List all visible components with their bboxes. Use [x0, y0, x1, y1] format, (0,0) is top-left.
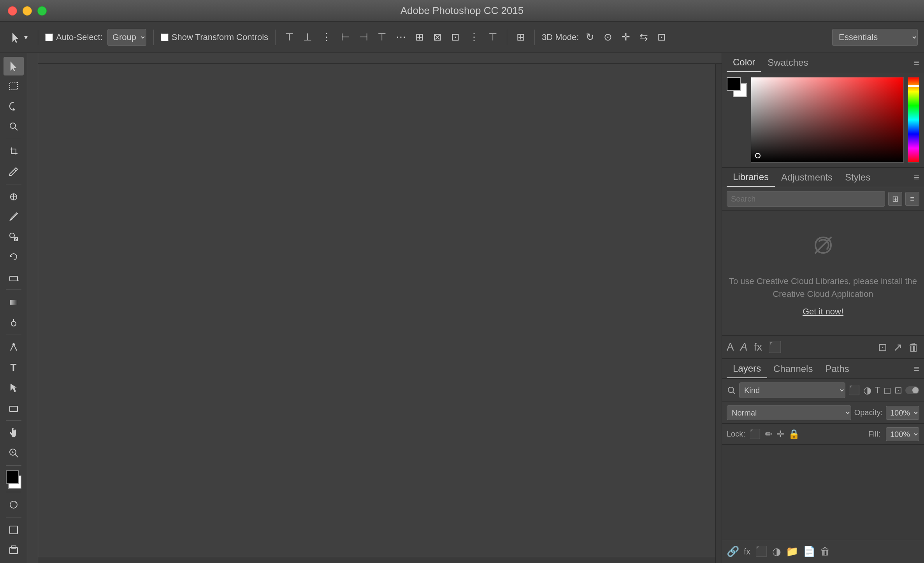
fill-select[interactable]: 100%: [886, 427, 919, 441]
layers-content: [722, 445, 924, 540]
layer-filter-toggle[interactable]: [905, 386, 919, 394]
close-button[interactable]: [8, 6, 17, 16]
3d-roll-button[interactable]: ⊙: [601, 30, 615, 45]
quick-mask-button[interactable]: [4, 495, 24, 514]
maximize-button[interactable]: [37, 6, 47, 16]
add-para-style-icon[interactable]: fx: [754, 341, 762, 353]
add-char-style-icon[interactable]: A: [740, 341, 748, 353]
get-it-now-link[interactable]: Get it now!: [803, 307, 843, 317]
quick-select-tool[interactable]: [4, 117, 24, 136]
align-vertical-center-button[interactable]: ⊥: [301, 30, 314, 45]
healing-brush-tool[interactable]: [4, 188, 24, 206]
align-right-edges-button[interactable]: ⊤: [375, 30, 389, 45]
send-link-icon[interactable]: ↗: [893, 341, 902, 354]
new-layer-icon[interactable]: 📄: [803, 545, 815, 558]
filter-smart-icon[interactable]: ⊡: [894, 385, 902, 396]
color-swatches[interactable]: [4, 470, 24, 489]
path-select-tool[interactable]: [4, 378, 24, 397]
align-left-edges-button[interactable]: ⊢: [339, 30, 352, 45]
distribute-bottom-button[interactable]: ⊠: [431, 30, 444, 45]
3d-scale-button[interactable]: ⊡: [655, 30, 668, 45]
lock-all-icon[interactable]: 🔒: [788, 429, 800, 440]
add-mask-icon[interactable]: ⬛: [755, 545, 768, 558]
delete-layer-icon[interactable]: 🗑: [820, 545, 830, 558]
distribute-right-button[interactable]: ⊤: [486, 30, 500, 45]
distribute-horizontal-button[interactable]: ⋮: [467, 30, 481, 45]
distribute-top-button[interactable]: ⋯: [393, 30, 408, 45]
minimize-button[interactable]: [23, 6, 32, 16]
color-panel-menu[interactable]: ≡: [914, 57, 919, 68]
tab-layers[interactable]: Layers: [727, 359, 767, 378]
adjustment-layer-icon[interactable]: ◑: [772, 545, 781, 558]
lock-pixels-icon[interactable]: ⬛: [749, 429, 761, 440]
delete-lib-icon[interactable]: 🗑: [908, 341, 919, 354]
lib-grid-view-button[interactable]: ⊞: [888, 192, 902, 206]
shape-tool[interactable]: [4, 398, 24, 417]
layers-panel-menu[interactable]: ≡: [914, 363, 919, 374]
foreground-color[interactable]: [6, 470, 19, 484]
new-group-icon[interactable]: 📁: [786, 545, 798, 558]
brush-tool[interactable]: [4, 207, 24, 226]
add-text-icon[interactable]: A: [727, 341, 734, 353]
hand-tool[interactable]: [4, 424, 24, 442]
lib-list-view-button[interactable]: ≡: [905, 192, 919, 206]
3d-slide-button[interactable]: ⇆: [637, 30, 650, 45]
eraser-tool[interactable]: [4, 268, 24, 286]
link-layers-icon[interactable]: 🔗: [727, 545, 739, 558]
tab-libraries[interactable]: Libraries: [727, 168, 775, 187]
fg-bg-swatches[interactable]: [727, 77, 747, 97]
gradient-tool[interactable]: [4, 293, 24, 312]
blend-mode-select[interactable]: Normal: [727, 405, 851, 420]
3d-pan-button[interactable]: ✛: [619, 30, 632, 45]
tab-color[interactable]: Color: [727, 53, 761, 72]
zoom-tool[interactable]: [4, 444, 24, 462]
arrange-button[interactable]: ⊞: [514, 30, 527, 45]
move-tool-button[interactable]: ▾: [6, 30, 31, 45]
align-horizontal-center-button[interactable]: ⊣: [357, 30, 371, 45]
transform-controls-checkbox[interactable]: [161, 33, 169, 41]
distribute-left-button[interactable]: ⊡: [449, 30, 462, 45]
align-top-edges-button[interactable]: ⊤: [283, 30, 296, 45]
lock-position-icon[interactable]: ✏: [765, 429, 773, 440]
auto-select-dropdown[interactable]: Group: [107, 29, 146, 46]
text-tool[interactable]: T: [4, 358, 24, 377]
rotate-view-button[interactable]: [4, 540, 24, 559]
marquee-tool[interactable]: [4, 77, 24, 96]
filter-adj-icon[interactable]: ◑: [863, 385, 871, 396]
fg-swatch[interactable]: [727, 77, 741, 91]
filter-pixel-icon[interactable]: ⬛: [848, 385, 860, 396]
layers-filter-select[interactable]: Kind: [739, 382, 845, 398]
lib-search-input[interactable]: [727, 191, 885, 207]
tab-channels[interactable]: Channels: [767, 359, 819, 378]
collaborate-icon[interactable]: ⊡: [878, 341, 887, 354]
dodge-tool[interactable]: [4, 313, 24, 331]
scrollbar-horizontal[interactable]: [27, 557, 715, 563]
add-color-icon[interactable]: ⬛: [768, 341, 782, 354]
screen-mode-button[interactable]: [4, 521, 24, 539]
crop-tool[interactable]: [4, 142, 24, 161]
lasso-tool[interactable]: [4, 97, 24, 116]
eyedropper-tool[interactable]: [4, 162, 24, 181]
color-gradient-picker[interactable]: [751, 77, 904, 163]
auto-select-checkbox[interactable]: [45, 33, 53, 41]
lock-move-icon[interactable]: ✛: [776, 429, 784, 440]
opacity-select[interactable]: 100%: [886, 406, 919, 420]
clone-stamp-tool[interactable]: [4, 228, 24, 246]
tab-paths[interactable]: Paths: [819, 359, 855, 378]
tab-swatches[interactable]: Swatches: [761, 53, 814, 72]
hue-slider[interactable]: [908, 77, 919, 163]
layer-fx-icon[interactable]: fx: [744, 547, 750, 557]
pen-tool[interactable]: [4, 338, 24, 357]
filter-text-icon[interactable]: T: [875, 385, 880, 396]
history-brush-tool[interactable]: [4, 248, 24, 267]
tab-styles[interactable]: Styles: [839, 168, 877, 187]
tab-adjustments[interactable]: Adjustments: [775, 168, 839, 187]
distribute-vertical-button[interactable]: ⊞: [413, 30, 426, 45]
workspace-dropdown[interactable]: Essentials: [832, 29, 918, 46]
move-tool[interactable]: [4, 57, 24, 75]
scrollbar-vertical[interactable]: [715, 53, 722, 563]
align-bottom-edges-button[interactable]: ⋮: [319, 30, 334, 45]
lib-panel-menu[interactable]: ≡: [914, 172, 919, 183]
3d-rotate-button[interactable]: ↻: [583, 30, 597, 45]
filter-shape-icon[interactable]: ◻: [884, 385, 891, 396]
